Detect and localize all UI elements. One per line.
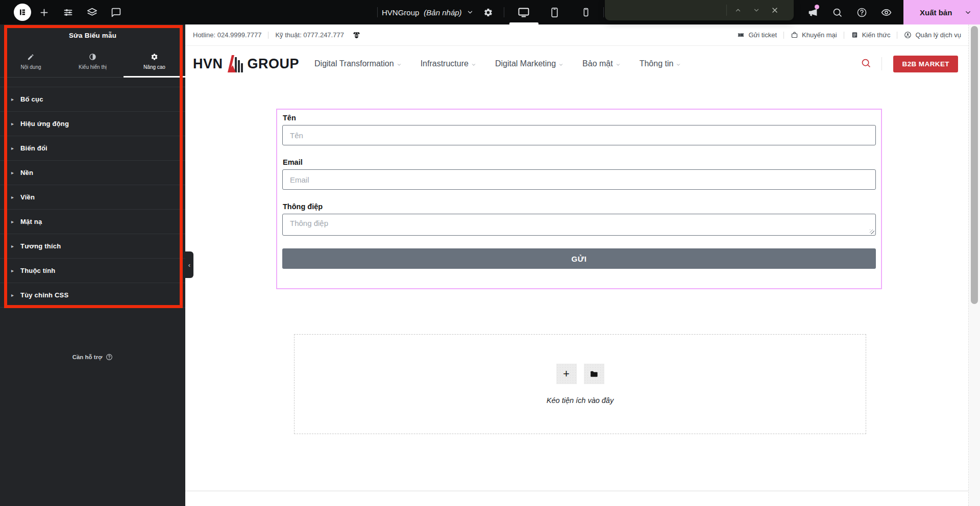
- elementor-logo-button[interactable]: [14, 4, 31, 21]
- nav-item-security[interactable]: Bảo mật: [582, 59, 621, 68]
- active-device-indicator: [509, 22, 538, 24]
- device-tablet-button[interactable]: [544, 0, 565, 24]
- find-input[interactable]: [605, 0, 726, 20]
- preview-scrollbar[interactable]: [968, 24, 980, 506]
- search-icon: [832, 7, 843, 18]
- gear-icon: [151, 53, 158, 61]
- nav-item-digital-marketing[interactable]: Digital Marketing: [495, 59, 564, 68]
- advanced-sections: ▸Bố cục ▸Hiệu ứng động ▸Biến đổi ▸Nền ▸V…: [0, 87, 185, 308]
- knowledge-doc-icon: [851, 31, 859, 39]
- widget-dropzone[interactable]: + Kéo tiện ích vào đây: [294, 334, 866, 434]
- nav-item-digital-transformation[interactable]: Digital Transformation: [314, 59, 402, 68]
- whats-new-button[interactable]: [802, 0, 823, 24]
- section-transform[interactable]: ▸Biến đổi: [0, 136, 185, 161]
- chevron-down-icon: [964, 9, 972, 16]
- publish-button[interactable]: Xuất bản: [903, 0, 980, 24]
- name-input[interactable]: [282, 125, 876, 145]
- tab-content[interactable]: Nội dung: [0, 46, 62, 77]
- site-logo[interactable]: HVN GROUP: [193, 55, 299, 72]
- mobile-icon: [580, 7, 592, 18]
- help-button[interactable]: [851, 0, 872, 24]
- need-help-link[interactable]: Cần hỗ trợ: [0, 353, 185, 361]
- divider: [783, 32, 784, 39]
- dropzone-hint: Kéo tiện ích vào đây: [547, 396, 614, 404]
- chevron-down-icon: [471, 62, 476, 67]
- site-main-nav: HVN GROUP Digital Transformation Infrast…: [185, 46, 968, 82]
- document-switcher[interactable]: HVNGroup (Bản nháp): [382, 0, 474, 24]
- nav-item-information[interactable]: Thông tin: [640, 59, 681, 68]
- elementor-logo-icon: [17, 7, 28, 17]
- promotions-link[interactable]: Khuyến mại: [791, 31, 837, 39]
- section-divider-line: [185, 491, 968, 491]
- find-previous-button[interactable]: [729, 0, 747, 20]
- resize-handle[interactable]: [870, 230, 874, 234]
- search-icon: [861, 58, 871, 68]
- chevron-left-icon: ‹: [188, 261, 190, 269]
- hotline-text: Hotline: 024.9999.7777: [193, 31, 261, 39]
- preview-button[interactable]: [876, 0, 896, 24]
- caret-right-icon: ▸: [11, 121, 14, 127]
- divider: [844, 32, 844, 39]
- notification-dot: [815, 5, 819, 9]
- form-widget[interactable]: Tên Email Thông điệp GỬI: [277, 110, 881, 288]
- chevron-down-icon: [558, 62, 564, 67]
- nav-menu: Digital Transformation Infrastructure Di…: [314, 59, 681, 68]
- chevron-up-icon: [734, 7, 742, 14]
- caret-right-icon: ▸: [11, 97, 14, 102]
- knowledge-link[interactable]: Kiến thức: [851, 31, 891, 39]
- tab-label: Nội dung: [20, 64, 41, 70]
- comment-icon: [111, 7, 121, 18]
- account-icon: [904, 31, 912, 39]
- scrollbar-thumb[interactable]: [971, 26, 978, 304]
- service-management-link[interactable]: Quản lý dịch vụ: [904, 31, 961, 39]
- section-responsive[interactable]: ▸Tương thích: [0, 234, 185, 259]
- add-widget-button[interactable]: +: [556, 364, 577, 384]
- device-desktop-button[interactable]: [513, 0, 534, 24]
- elementor-panel: Sửa Biểu mẫu Nội dung Kiểu hiển thị Nâng…: [0, 24, 185, 506]
- pencil-icon: [27, 53, 35, 61]
- close-icon: [771, 6, 779, 14]
- finder-search-button[interactable]: [827, 0, 847, 24]
- section-custom-css[interactable]: ▸Tùy chỉnh CSS: [0, 283, 185, 308]
- section-motion-effects[interactable]: ▸Hiệu ứng động: [0, 112, 185, 136]
- find-bar: [605, 0, 794, 20]
- find-close-button[interactable]: [766, 0, 784, 20]
- tab-style[interactable]: Kiểu hiển thị: [62, 46, 124, 77]
- divider: [377, 7, 378, 17]
- form-submit-button[interactable]: GỬI: [282, 248, 876, 269]
- field-label-email: Email: [283, 158, 876, 166]
- nav-item-infrastructure[interactable]: Infrastructure: [421, 59, 476, 68]
- chevron-down-icon: [753, 7, 760, 14]
- panel-collapse-handle[interactable]: ‹: [185, 251, 193, 278]
- send-ticket-link[interactable]: Gửi ticket: [737, 31, 777, 39]
- section-background[interactable]: ▸Nền: [0, 161, 185, 185]
- site-settings-button[interactable]: [58, 0, 78, 24]
- section-attributes[interactable]: ▸Thuộc tính: [0, 259, 185, 283]
- bee-icon: [352, 31, 361, 39]
- contrast-icon: [89, 53, 96, 61]
- add-element-button[interactable]: [34, 0, 54, 24]
- section-border[interactable]: ▸Viền: [0, 185, 185, 210]
- help-icon: [106, 353, 113, 361]
- page-settings-button[interactable]: [478, 0, 498, 24]
- section-layout[interactable]: ▸Bố cục: [0, 87, 185, 112]
- section-mask[interactable]: ▸Mặt nạ: [0, 210, 185, 234]
- logo-text-right: GROUP: [248, 56, 300, 72]
- device-mobile-button[interactable]: [576, 0, 596, 24]
- tab-advanced[interactable]: Nâng cao: [124, 46, 185, 77]
- email-input[interactable]: [282, 169, 876, 190]
- folder-icon: [590, 370, 598, 378]
- logo-mark-icon: [226, 55, 245, 72]
- site-search-button[interactable]: [861, 58, 871, 70]
- tab-label: Kiểu hiển thị: [79, 64, 107, 70]
- caret-right-icon: ▸: [11, 195, 14, 200]
- notes-button[interactable]: [106, 0, 126, 24]
- b2b-market-button[interactable]: B2B MARKET: [893, 56, 958, 72]
- divider: [897, 32, 897, 39]
- find-next-button[interactable]: [747, 0, 766, 20]
- template-library-button[interactable]: [584, 364, 604, 384]
- message-textarea[interactable]: [282, 214, 876, 236]
- tablet-icon: [549, 7, 560, 18]
- caret-right-icon: ▸: [11, 219, 14, 224]
- structure-button[interactable]: [82, 0, 102, 24]
